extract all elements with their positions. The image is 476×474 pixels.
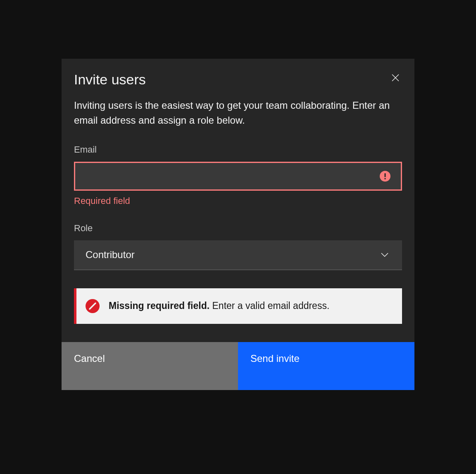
modal-title: Invite users [74, 71, 146, 88]
close-icon [390, 73, 400, 84]
error-alert-banner: Missing required field. Enter a valid em… [74, 288, 402, 324]
error-icon [86, 299, 100, 313]
close-button[interactable] [389, 71, 402, 86]
alert-text: Missing required field. Enter a valid em… [109, 300, 329, 311]
invite-users-modal: Invite users Inviting users is the easie… [62, 59, 414, 390]
email-field[interactable] [74, 162, 402, 191]
email-label: Email [74, 144, 402, 155]
email-form-group: Email Required field [74, 144, 402, 206]
email-input-wrapper [74, 162, 402, 191]
svg-rect-4 [385, 178, 386, 179]
modal-description: Inviting users is the easiest way to get… [62, 88, 414, 128]
alert-title: Missing required field. [109, 300, 209, 311]
chevron-down-icon [379, 249, 390, 261]
warning-icon [380, 171, 390, 182]
cancel-button[interactable]: Cancel [62, 342, 238, 390]
alert-message: Enter a valid email address. [212, 300, 330, 311]
modal-footer: Cancel Send invite [62, 342, 414, 390]
role-selected-value: Contributor [74, 249, 135, 261]
svg-rect-3 [385, 173, 386, 177]
email-error-text: Required field [74, 196, 402, 206]
send-invite-button[interactable]: Send invite [238, 342, 414, 390]
form-section: Email Required field Role Contributor [62, 128, 414, 270]
modal-header: Invite users [62, 59, 414, 88]
role-label: Role [74, 223, 402, 234]
role-select[interactable]: Contributor [74, 240, 402, 270]
role-form-group: Role Contributor [74, 223, 402, 270]
